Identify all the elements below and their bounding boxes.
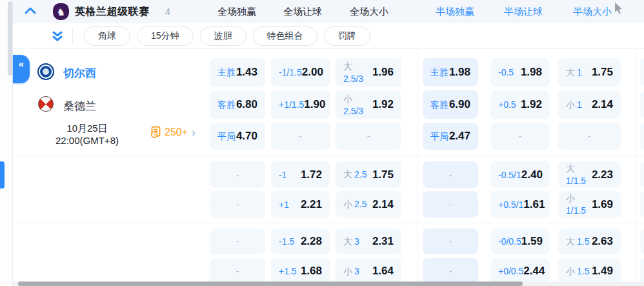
horizontal-scrollbar-thumb[interactable] [18,281,523,286]
odds-cell[interactable]: +1/1.51.90 [271,90,330,119]
odds-value: 1.90 [304,98,325,111]
odds-cell[interactable]: 小1/1.51.69 [558,191,621,218]
quick-filter-pill[interactable]: 15分钟 [137,26,194,46]
over-under-prefix: 小 [566,266,575,276]
more-markets-count: 250+ [165,127,188,138]
odds-cell-clipped[interactable] [640,123,644,150]
odds-cell-clipped[interactable] [640,258,644,284]
quick-filter-pills: 角球15分钟波胆特色组合罚牌 [84,26,370,46]
odds-cell[interactable]: 主胜1.43 [210,58,265,87]
odds-line-label: -1/1.5 [279,67,302,77]
market-tab[interactable]: 全场让球 [283,6,322,18]
odds-cell[interactable]: +0.5/11.61 [490,191,550,218]
horizontal-scrollbar-track[interactable] [13,281,644,286]
odds-cell[interactable]: 大1.52.63 [558,229,621,254]
market-tab[interactable]: 半场独赢 [436,6,474,18]
odds-line-label: 1 [577,67,582,77]
odds-cell[interactable]: 主胜1.98 [423,58,478,87]
odds-selection: +1.5 [279,265,297,277]
scroll-indicator [0,161,5,189]
odds-cell[interactable]: -0/0.51.59 [490,229,550,254]
odds-line-label: +0/0.5 [498,266,523,276]
odds-selection: -0.5/1 [498,169,521,181]
odds-selection: -1.5 [279,236,294,247]
odds-cell[interactable]: -0.51.98 [490,58,550,87]
no-odds-dash: - [236,199,239,210]
odds-cell[interactable]: -1.52.28 [271,229,330,254]
collapse-league-button[interactable] [25,6,36,15]
double-chevron-left-icon: « [19,58,24,83]
collapse-sidebar-tab[interactable]: « [13,55,30,83]
odds-cell[interactable]: +1.51.68 [271,258,330,284]
odds-cell-empty: - [336,123,401,150]
over-under-prefix: 大 [566,236,575,247]
no-odds-dash: - [449,266,452,276]
odds-cell[interactable]: 小12.14 [558,90,621,119]
quick-filter-pill[interactable]: 罚牌 [324,26,370,46]
odds-selection: 小1 [566,99,582,111]
odds-cell[interactable]: +0/0.52.44 [490,258,550,284]
odds-cell[interactable]: 客胜6.80 [210,90,265,119]
odds-cell[interactable]: 大1/1.52.23 [558,161,621,188]
odds-selection: 平局 [430,130,448,143]
market-tab[interactable]: 全场大小 [350,6,388,18]
odds-value: 1.75 [372,169,394,181]
odds-cell-empty: - [423,161,478,188]
odds-selection: -1/1.5 [279,66,302,78]
odds-cell[interactable]: 平局4.70 [210,123,265,150]
double-chevron-down-icon [52,31,63,42]
odds-cell[interactable]: -0.5/12.40 [490,161,550,188]
odds-cell[interactable]: -1/1.52.00 [271,58,330,87]
odds-cell[interactable]: 大32.31 [336,229,401,254]
odds-selection: 大1.5 [566,236,589,248]
more-markets-link[interactable]: 250+ › [150,126,196,138]
odds-value: 1.69 [592,198,613,211]
odds-value: 1.72 [301,169,322,181]
odds-line-label: 2.5/3 [343,74,363,84]
over-under-prefix: 大 [566,163,575,174]
quick-filter-pill[interactable]: 特色组合 [253,26,317,46]
odds-cell[interactable]: 小31.64 [336,258,401,284]
odds-cell[interactable]: 大2.5/31.96 [336,58,401,87]
odds-cell[interactable]: 小2.52.14 [336,191,401,218]
no-odds-dash: - [236,170,239,180]
odds-cell[interactable]: 小2.5/31.92 [336,90,401,119]
odds-line-label: 2.5/3 [343,106,363,116]
odds-cell[interactable]: 大2.51.75 [336,161,401,188]
over-under-prefix: 小 [343,199,352,209]
vertical-scrollbar-thumb[interactable] [8,1,12,76]
quick-filter-pill[interactable]: 角球 [84,26,130,46]
league-header-bar: ♞ 英格兰超级联赛 4 全场独赢全场让球全场大小半场独赢半场让球半场大小 [13,0,644,23]
odds-cell[interactable]: 小1.51.49 [558,258,621,284]
odds-cell-empty: - [490,123,550,150]
odds-selection: 大1/1.5 [566,163,592,187]
odds-value: 2.63 [592,235,613,248]
odds-cell-clipped[interactable] [640,90,644,119]
odds-cell[interactable]: 平局2.47 [423,123,478,150]
odds-cell-clipped[interactable] [640,161,644,188]
odds-selection: 主胜 [217,66,236,79]
odds-selection: -1 [279,169,287,181]
quick-filter-pill[interactable]: 波胆 [200,26,247,46]
odds-cell[interactable]: 客胜6.90 [423,90,478,119]
odds-cell-empty: - [210,191,265,218]
odds-cell[interactable]: -11.72 [271,161,330,188]
odds-cell[interactable]: +0.51.92 [490,90,550,119]
odds-panel: ♞ 英格兰超级联赛 4 全场独赢全场让球全场大小半场独赢半场让球半场大小 角球1… [0,0,644,286]
market-tab[interactable]: 半场让球 [504,6,543,18]
odds-selection: 大3 [343,236,359,248]
expand-more-button[interactable] [52,31,63,42]
away-team-logo [38,96,54,112]
odds-line-label: -0.5/1 [498,170,521,180]
odds-selection: 客胜 [217,99,236,111]
market-tab[interactable]: 全场独赢 [217,6,256,18]
odds-selection: 小1.5 [566,265,589,278]
odds-cell-clipped[interactable] [640,229,644,254]
odds-line-label: +1.5 [279,266,297,276]
odds-cell-clipped[interactable] [640,191,644,218]
odds-cell[interactable]: 大11.75 [558,58,621,87]
market-tab[interactable]: 半场大小 [573,6,612,18]
odds-cell-clipped[interactable] [640,58,644,87]
odds-cell[interactable]: +12.21 [271,191,330,218]
match-date: 10月25日 [29,122,145,134]
